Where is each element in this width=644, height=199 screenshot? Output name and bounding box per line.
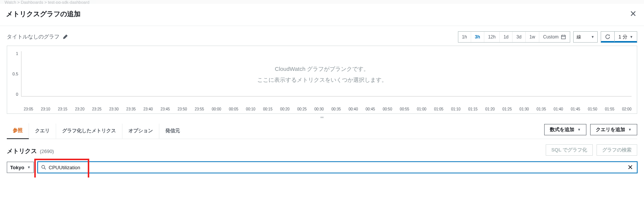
x-tick: 00:55	[400, 107, 409, 111]
caret-down-icon: ▼	[577, 128, 581, 132]
refresh-button[interactable]	[601, 32, 615, 42]
x-tick: 01:55	[605, 107, 614, 111]
x-tick: 00:10	[246, 107, 255, 111]
chart-type-select[interactable]: 線 ▼	[573, 31, 598, 43]
tabs: 参照クエリグラフ化したメトリクスオプション発信元	[7, 123, 186, 139]
tab-3[interactable]: オプション	[122, 124, 159, 139]
time-range-3h[interactable]: 3h	[471, 32, 484, 42]
add-expression-button[interactable]: 数式を追加 ▼	[544, 124, 586, 135]
x-tick: 01:10	[451, 107, 461, 111]
resize-handle-icon[interactable]: ═	[7, 114, 637, 121]
caret-down-icon: ▼	[628, 128, 632, 132]
clear-search-icon[interactable]: ✕	[627, 164, 634, 171]
caret-down-icon: ▼	[27, 165, 31, 169]
caret-down-icon: ▼	[630, 35, 633, 39]
x-tick: 00:05	[229, 107, 238, 111]
x-tick: 00:20	[280, 107, 290, 111]
x-tick: 00:15	[263, 107, 272, 111]
dialog-header: メトリクスグラフの追加 ✕	[0, 4, 644, 26]
metrics-section-title: メトリクス (2690)	[7, 147, 54, 155]
dialog-title: メトリクスグラフの追加	[6, 9, 81, 18]
tab-1[interactable]: クエリ	[29, 124, 56, 139]
edit-icon[interactable]	[63, 34, 68, 40]
metrics-search-input[interactable]	[49, 165, 624, 170]
refresh-interval-select[interactable]: 1 分 ▼	[615, 32, 637, 42]
x-tick: 01:30	[519, 107, 529, 111]
x-tick: 01:05	[434, 107, 443, 111]
breadcrumb: Watch > Dashboards > test-pg-sdk-dashboa…	[0, 0, 644, 4]
x-tick: 00:50	[383, 107, 392, 111]
x-tick: 23:20	[75, 107, 84, 111]
x-tick: 01:20	[485, 107, 495, 111]
x-tick: 23:45	[160, 107, 170, 111]
calendar-icon	[561, 34, 566, 40]
x-tick: 23:10	[41, 107, 50, 111]
time-range-3d[interactable]: 3d	[513, 32, 525, 42]
search-icon	[41, 165, 46, 170]
x-tick: 00:45	[366, 107, 375, 111]
svg-line-5	[44, 168, 46, 170]
graph-title-row: タイトルなしのグラフ	[7, 34, 68, 40]
tab-0[interactable]: 参照	[7, 123, 29, 139]
chart-empty-message: CloudWatch グラフがブランクです。 ここに表示するメトリクスをいくつか…	[7, 64, 637, 85]
x-tick: 01:15	[468, 107, 478, 111]
x-tick: 00:40	[348, 107, 358, 111]
x-tick: 01:00	[417, 107, 426, 111]
caret-down-icon: ▼	[591, 35, 594, 39]
search-graph-button[interactable]: グラフの検索	[597, 144, 637, 156]
time-range-12h[interactable]: 12h	[484, 32, 500, 42]
region-select[interactable]: Tokyo ▼	[7, 162, 34, 173]
x-tick: 23:25	[92, 107, 102, 111]
x-tick: 02:00	[622, 107, 632, 111]
x-tick: 23:30	[109, 107, 119, 111]
add-query-button[interactable]: クエリを追加 ▼	[590, 124, 637, 135]
x-tick: 23:05	[24, 107, 33, 111]
refresh-group: 1 分 ▼	[601, 31, 637, 43]
chart-canvas: 10.50 23:0523:1023:1523:2023:2523:3023:3…	[7, 46, 637, 114]
tab-4[interactable]: 発信元	[159, 124, 186, 139]
svg-rect-0	[562, 35, 566, 39]
x-tick: 01:25	[502, 107, 512, 111]
metrics-search-field[interactable]: ✕	[38, 162, 637, 173]
y-tick: 0	[16, 92, 18, 96]
time-range-1h[interactable]: 1h	[458, 32, 471, 42]
x-tick: 00:35	[331, 107, 341, 111]
x-tick: 23:40	[143, 107, 153, 111]
close-icon[interactable]: ✕	[628, 8, 638, 20]
x-tick: 01:45	[571, 107, 580, 111]
x-tick: 23:55	[195, 107, 204, 111]
x-tick: 00:30	[314, 107, 324, 111]
y-tick: 1	[16, 51, 18, 56]
x-tick: 23:35	[126, 107, 136, 111]
x-tick: 01:50	[588, 107, 597, 111]
time-range-1d[interactable]: 1d	[500, 32, 513, 42]
sql-graph-button[interactable]: SQL でグラフ化	[546, 144, 593, 156]
x-tick: 23:15	[58, 107, 67, 111]
graph-title-text: タイトルなしのグラフ	[7, 34, 60, 40]
x-tick: 00:25	[297, 107, 307, 111]
time-range-1w[interactable]: 1w	[526, 32, 539, 42]
svg-point-4	[42, 165, 45, 168]
time-range-custom[interactable]: Custom	[539, 32, 570, 42]
x-tick: 00:00	[212, 107, 221, 111]
x-tick: 01:40	[554, 107, 563, 111]
x-tick: 23:50	[178, 107, 187, 111]
x-tick: 01:35	[537, 107, 546, 111]
tab-2[interactable]: グラフ化したメトリクス	[56, 124, 122, 139]
refresh-icon	[605, 34, 610, 40]
time-range-picker: 1h3h12h1d3d1wCustom	[458, 31, 571, 43]
